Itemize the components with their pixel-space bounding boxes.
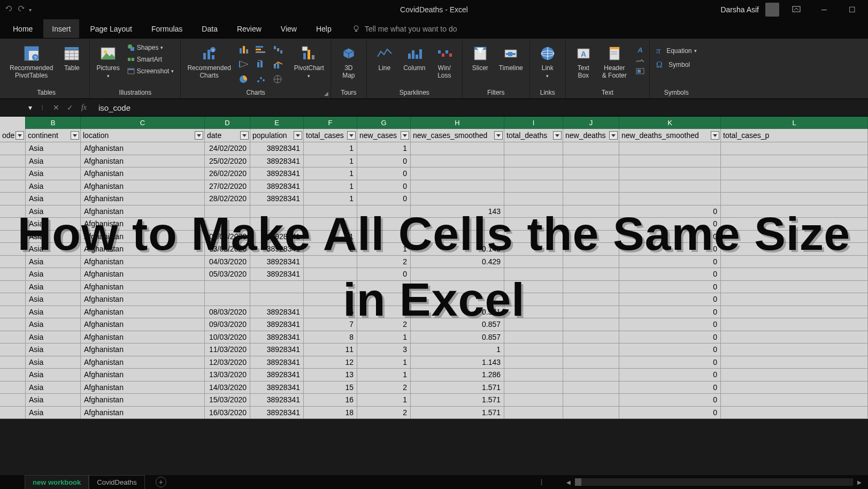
pictures-button[interactable]: Pictures▾ [94,43,121,82]
cell[interactable]: Asia [26,293,81,305]
cell[interactable]: 04/03/2020 [205,256,250,268]
cell[interactable] [563,231,619,243]
3d-map-button[interactable]: 3D Map [335,43,362,82]
cell[interactable]: 1 [357,369,411,381]
cell[interactable]: 38928341 [250,407,304,419]
cell[interactable] [411,142,504,155]
cell[interactable] [504,293,563,305]
cell[interactable]: 8 [304,331,357,343]
cell[interactable]: Asia [26,331,81,343]
cell[interactable] [563,343,619,356]
user-name[interactable]: Darsha Asif [720,5,759,14]
cell[interactable]: Afghanistan [81,331,205,343]
cell[interactable]: Asia [26,167,81,180]
cell[interactable] [721,155,868,167]
cell[interactable]: 0 [619,281,721,293]
cell[interactable]: Asia [26,193,81,205]
row-header[interactable] [0,243,26,255]
header-new-deaths[interactable]: new_deaths [563,129,619,142]
cell[interactable] [411,218,504,230]
tab-page-layout[interactable]: Page Layout [81,19,141,38]
col-D[interactable]: D [205,117,250,129]
timeline-button[interactable]: Timeline [497,43,525,74]
tab-data[interactable]: Data [193,19,226,38]
cell[interactable]: 12/03/2020 [205,356,250,369]
cell[interactable]: 0 [357,167,411,180]
cell[interactable] [563,155,619,167]
cell[interactable]: Afghanistan [81,306,205,318]
ribbon-options-icon[interactable] [786,5,807,14]
cell[interactable] [721,205,868,218]
cell[interactable]: 3 [357,343,411,356]
name-box-split[interactable]: ⁞ [35,103,49,112]
cell[interactable]: 38928341 [250,394,304,406]
cell[interactable]: 38928341 [250,231,304,243]
cell[interactable]: 13/03/2020 [205,369,250,381]
qat-dropdown-icon[interactable]: ▾ [29,7,32,13]
cell[interactable]: 38928341 [250,268,304,280]
cell[interactable]: 38928341 [250,180,304,193]
redo-icon[interactable] [17,5,25,14]
wordart-icon[interactable]: A [635,46,645,54]
cell[interactable] [563,394,619,406]
cell[interactable] [250,293,304,305]
cell[interactable]: 16 [304,394,357,406]
row-header[interactable] [0,205,26,218]
row-header[interactable] [0,293,26,305]
row-header[interactable] [0,381,26,394]
cell[interactable] [504,281,563,293]
cell[interactable] [357,205,411,218]
cell[interactable]: Afghanistan [81,155,205,167]
sheet-tab-coviddeaths[interactable]: CovidDeaths [89,475,144,489]
row-header[interactable] [0,318,26,331]
cell[interactable]: Afghanistan [81,256,205,268]
cell[interactable]: 38928341 [250,369,304,381]
cell[interactable]: Afghanistan [81,243,205,255]
select-all[interactable] [0,117,26,129]
cell[interactable]: 10/03/2020 [205,331,250,343]
cell[interactable]: 1.286 [411,369,504,381]
cell[interactable]: 38928341 [250,193,304,205]
cell[interactable]: Afghanistan [81,407,205,419]
header-iso[interactable]: ode [0,129,26,142]
cell[interactable]: 1 [304,231,357,243]
cell[interactable]: 0 [619,407,721,419]
cell[interactable] [563,381,619,394]
cell[interactable] [504,142,563,155]
cell[interactable]: 1 [304,167,357,180]
cell[interactable]: 26/02/2020 [205,167,250,180]
col-C[interactable]: C [81,117,205,129]
cell[interactable]: 0.143 [411,243,504,255]
filter-continent[interactable] [71,131,79,140]
recommended-pivot-button[interactable]: ? Recommended PivotTables [7,43,55,82]
header-new-deaths-smoothed[interactable]: new_deaths_smoothed [619,129,721,142]
cell[interactable]: 13 [304,369,357,381]
cell[interactable]: 38928341 [250,343,304,356]
cell[interactable]: 1 [304,180,357,193]
cell[interactable]: 0 [619,369,721,381]
scrollbar-thumb[interactable] [575,478,581,486]
cell[interactable]: 0.429 [411,256,504,268]
row-header[interactable] [0,343,26,356]
scroll-right-button[interactable]: ▶ [855,479,864,485]
cell[interactable]: Afghanistan [81,142,205,155]
cell[interactable] [563,331,619,343]
cell[interactable] [563,243,619,255]
cell[interactable]: 0.857 [411,318,504,331]
cell[interactable] [504,331,563,343]
row-header[interactable] [0,231,26,243]
cell[interactable] [721,256,868,268]
cell[interactable] [504,167,563,180]
cell[interactable] [504,394,563,406]
cell[interactable]: Afghanistan [81,193,205,205]
cell[interactable]: 0 [619,256,721,268]
cell[interactable]: 1.571 [411,381,504,394]
row-header[interactable] [0,268,26,280]
minimize-button[interactable]: ─ [813,5,835,14]
cell[interactable]: Asia [26,180,81,193]
cell[interactable]: 05/03/2020 [205,268,250,280]
cell[interactable]: 7 [304,318,357,331]
cell[interactable] [304,281,357,293]
cell[interactable]: 0 [619,243,721,255]
cell[interactable]: 0 [619,218,721,230]
